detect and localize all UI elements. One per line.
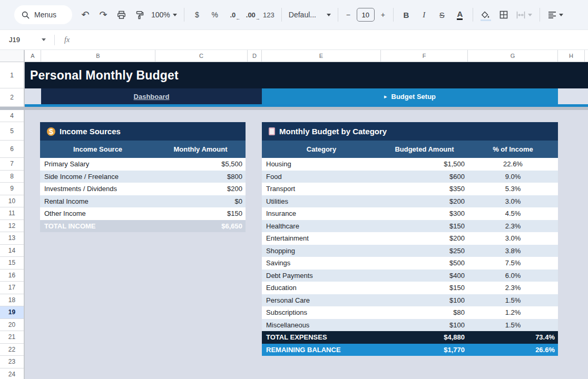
income-source-cell[interactable]: Primary Salary [40,158,155,171]
monthly-amount-header[interactable]: Monthly Amount [155,141,246,158]
budget-category-cell[interactable]: Shopping [262,245,381,257]
row-header[interactable]: 22 [0,344,24,356]
decrease-decimal-button[interactable]: .0← [224,7,242,23]
print-button[interactable] [112,7,130,23]
undo-button[interactable]: ↶ [76,7,94,23]
row-header[interactable]: 14 [0,245,24,257]
total-expenses-amount[interactable]: $4,880 [381,331,468,344]
row-header[interactable]: 11 [0,207,24,220]
total-income-label[interactable]: TOTAL INCOME [40,220,155,233]
budget-category-cell[interactable]: Entertainment [262,232,381,245]
income-amount-cell[interactable]: $150 [155,207,246,220]
row-header[interactable]: 10 [0,195,24,208]
row-header[interactable]: 5 [0,122,24,141]
budgeted-amount-header[interactable]: Budgeted Amount [381,141,468,158]
total-expenses-label[interactable]: TOTAL EXPENSES [262,331,381,344]
row-header[interactable]: 18 [0,294,24,307]
income-source-header[interactable]: Income Source [40,141,155,158]
tab-dashboard[interactable]: Dashboard [41,88,262,104]
budget-category-cell[interactable]: Personal Care [262,294,381,307]
column-header[interactable]: C [155,50,248,62]
percent-format-button[interactable]: % [206,7,224,23]
merge-cells-button[interactable] [513,7,536,23]
budget-percent-cell[interactable]: 3.0% [468,195,558,208]
budget-category-cell[interactable]: Miscellaneous [262,319,381,332]
column-header[interactable]: D [248,50,262,62]
row-header[interactable]: 12 [0,220,24,233]
zoom-control[interactable]: 100% [148,7,180,23]
row-header[interactable]: 19 [0,306,24,319]
budget-percent-cell[interactable]: 1.2% [468,306,558,319]
budget-percent-cell[interactable]: 9.0% [468,171,558,183]
budget-percent-cell[interactable]: 6.0% [468,270,558,282]
budget-category-cell[interactable]: Healthcare [262,220,381,233]
number-format-button[interactable]: 123 [260,7,278,23]
increase-font-size-button[interactable]: + [377,7,389,23]
remaining-balance-amount[interactable]: $1,770 [381,344,468,356]
income-amount-cell[interactable]: $200 [155,183,246,195]
budget-amount-cell[interactable]: $200 [381,195,468,208]
budget-category-cell[interactable]: Transport [262,183,381,195]
income-table-title-row[interactable]: $ Income Sources [40,122,246,141]
budget-percent-cell[interactable]: 22.6% [468,158,558,171]
row-header[interactable]: 1 [0,62,24,88]
italic-button[interactable]: I [415,7,433,23]
strikethrough-button[interactable]: S [433,7,451,23]
budget-percent-cell[interactable]: 1.5% [468,319,558,332]
row-header[interactable]: 23 [0,356,24,368]
income-source-cell[interactable]: Investments / Dividends [40,183,155,195]
income-amount-cell[interactable]: $800 [155,171,246,183]
text-color-button[interactable]: A [451,7,469,23]
row-header[interactable]: 16 [0,270,24,282]
menus-search-button[interactable]: Menus [14,5,72,24]
paint-format-button[interactable] [130,7,148,23]
currency-format-button[interactable]: $ [188,7,206,23]
remaining-balance-label[interactable]: REMAINING BALANCE [262,344,381,356]
increase-decimal-button[interactable]: .00→ [242,7,260,23]
column-header[interactable]: A [25,50,41,62]
budget-amount-cell[interactable]: $500 [381,257,468,270]
fill-color-button[interactable] [477,7,495,23]
budget-percent-cell[interactable]: 4.5% [468,207,558,220]
borders-button[interactable] [495,7,513,23]
horizontal-align-button[interactable] [544,7,568,23]
decrease-font-size-button[interactable]: − [342,7,355,23]
row-header[interactable]: 6 [0,141,24,158]
select-all-corner[interactable] [0,50,25,62]
row-header[interactable]: 15 [0,257,24,270]
font-family-select[interactable]: Defaul... [286,7,334,23]
budget-percent-cell[interactable]: 1.5% [468,294,558,307]
budget-category-cell[interactable]: Debt Payments [262,270,381,282]
font-size-input[interactable]: 10 [357,8,375,22]
percent-of-income-header[interactable]: % of Income [468,141,558,158]
column-header[interactable]: E [262,50,381,62]
row-header[interactable]: 4 [0,110,24,122]
budget-amount-cell[interactable]: $150 [381,282,468,294]
budget-amount-cell[interactable]: $100 [381,294,468,307]
budget-table-title-row[interactable]: Monthly Budget by Category [262,122,558,141]
row-header[interactable]: 9 [0,183,24,195]
column-header[interactable]: G [468,50,558,62]
budget-amount-cell[interactable]: $80 [381,306,468,319]
budget-percent-cell[interactable]: 2.3% [468,282,558,294]
column-header[interactable]: B [41,50,155,62]
income-amount-cell[interactable]: $5,500 [155,158,246,171]
budget-percent-cell[interactable]: 2.3% [468,220,558,233]
budget-amount-cell[interactable]: $1,500 [381,158,468,171]
row-header[interactable]: 24 [0,368,24,379]
column-header[interactable]: F [381,50,468,62]
category-header[interactable]: Category [262,141,381,158]
budget-category-cell[interactable]: Education [262,282,381,294]
row-header[interactable]: 20 [0,319,24,332]
income-source-cell[interactable]: Side Income / Freelance [40,171,155,183]
budget-percent-cell[interactable]: 3.0% [468,232,558,245]
budget-percent-cell[interactable]: 5.3% [468,183,558,195]
budget-amount-cell[interactable]: $300 [381,207,468,220]
sheet-title-banner[interactable]: Personal Monthly Budget [25,62,588,88]
row-header[interactable]: 13 [0,232,24,245]
budget-category-cell[interactable]: Subscriptions [262,306,381,319]
budget-amount-cell[interactable]: $350 [381,183,468,195]
row-header[interactable]: 2 [0,88,24,107]
budget-amount-cell[interactable]: $200 [381,232,468,245]
budget-amount-cell[interactable]: $100 [381,319,468,332]
